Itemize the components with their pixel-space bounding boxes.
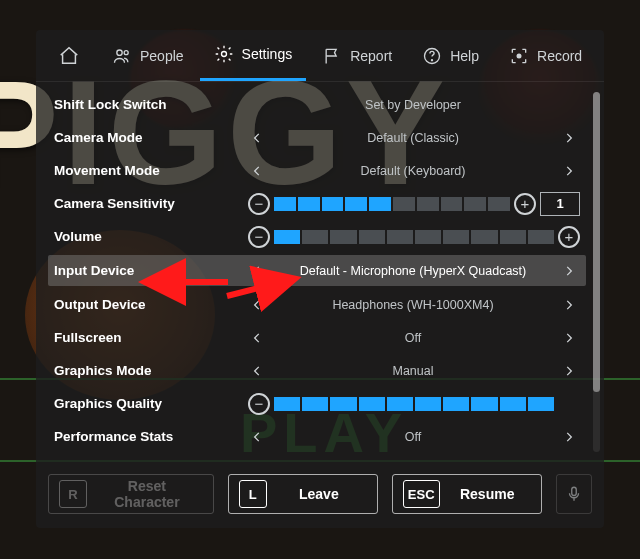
volume-label: Volume [54,229,244,244]
chevron-right-icon [562,298,576,312]
camera-sensitivity-value[interactable]: 1 [540,192,580,216]
output-device-next[interactable] [558,294,580,316]
volume-decrease[interactable]: − [248,226,270,248]
volume-row: Volume − + [54,220,580,253]
input-device-label: Input Device [54,263,244,278]
help-tab[interactable]: Help [408,30,493,81]
settings-scrollbar[interactable] [593,92,600,452]
report-tab[interactable]: Report [308,30,406,81]
micro-profiler-next[interactable] [558,454,580,460]
shift-lock-row: Shift Lock Switch Set by Developer [54,88,580,121]
camera-mode-row: Camera Mode Default (Classic) [54,121,580,154]
chevron-right-icon [562,131,576,145]
chevron-right-icon [562,430,576,444]
camera-sensitivity-decrease[interactable]: − [248,193,270,215]
reset-label: Reset Character [101,478,193,510]
help-tab-label: Help [450,48,479,64]
performance-stats-label: Performance Stats [54,429,244,444]
performance-stats-row: Performance Stats Off [54,420,580,453]
chevron-left-icon [250,298,264,312]
chevron-left-icon [250,164,264,178]
record-tab-label: Record [537,48,582,64]
input-device-row: Input Device Default - Microphone (Hyper… [48,255,586,286]
output-device-label: Output Device [54,297,244,312]
chevron-left-icon [250,430,264,444]
leave-button[interactable]: L Leave [228,474,378,514]
menu-footer: R Reset Character L Leave ESC Resume [36,460,604,528]
record-tab[interactable]: Record [495,30,596,81]
svg-point-1 [124,50,128,54]
graphics-mode-next[interactable] [558,360,580,382]
shift-lock-value: Set by Developer [270,98,556,112]
camera-mode-next[interactable] [558,127,580,149]
home-icon [58,45,80,67]
performance-stats-value: Off [270,430,556,444]
micro-profiler-prev[interactable] [246,454,268,460]
graphics-quality-decrease[interactable]: − [248,393,270,415]
micro-profiler-value: Off [270,458,556,460]
people-tab[interactable]: People [98,30,198,81]
camera-sensitivity-increase[interactable]: + [514,193,536,215]
reset-key-hint: R [59,480,87,508]
chevron-left-icon [250,458,264,460]
graphics-quality-label: Graphics Quality [54,396,244,411]
camera-sensitivity-row: Camera Sensitivity − + 1 [54,187,580,220]
performance-stats-prev[interactable] [246,426,268,448]
chevron-right-icon [562,458,576,460]
camera-mode-prev[interactable] [246,127,268,149]
output-device-value: Headphones (WH-1000XM4) [270,298,556,312]
movement-mode-row: Movement Mode Default (Keyboard) [54,154,580,187]
graphics-mode-value: Manual [270,364,556,378]
chevron-left-icon [250,364,264,378]
graphics-quality-slider[interactable] [274,397,554,411]
movement-mode-next[interactable] [558,160,580,182]
help-icon [422,46,442,66]
svg-point-2 [221,52,226,57]
resume-button[interactable]: ESC Resume [392,474,542,514]
microphone-button[interactable] [556,474,592,514]
reset-character-button: R Reset Character [48,474,214,514]
resume-label: Resume [454,486,521,502]
chevron-right-icon [562,164,576,178]
camera-mode-value: Default (Classic) [270,131,556,145]
chevron-left-icon [250,264,264,278]
fullscreen-prev[interactable] [246,327,268,349]
leave-key-hint: L [239,480,267,508]
chevron-right-icon [562,331,576,345]
chevron-right-icon [562,264,576,278]
svg-point-4 [432,59,433,60]
output-device-prev[interactable] [246,294,268,316]
graphics-mode-label: Graphics Mode [54,363,244,378]
settings-tab[interactable]: Settings [200,30,307,81]
input-device-next[interactable] [558,260,580,282]
fullscreen-next[interactable] [558,327,580,349]
camera-mode-label: Camera Mode [54,130,244,145]
people-icon [112,46,132,66]
svg-rect-6 [572,487,577,495]
input-device-prev[interactable] [246,260,268,282]
graphics-mode-prev[interactable] [246,360,268,382]
chevron-left-icon [250,131,264,145]
home-tab[interactable] [42,30,96,81]
output-device-row: Output Device Headphones (WH-1000XM4) [54,288,580,321]
chevron-left-icon [250,331,264,345]
gear-icon [214,44,234,64]
settings-tab-label: Settings [242,46,293,62]
menu-tabs: People Settings Report Help Record [36,30,604,82]
movement-mode-label: Movement Mode [54,163,244,178]
escape-menu: People Settings Report Help Record Shift… [36,30,604,528]
microphone-icon [565,485,583,503]
svg-point-0 [117,50,122,55]
graphics-quality-row: Graphics Quality − [54,387,580,420]
resume-key-hint: ESC [403,480,440,508]
flag-icon [322,46,342,66]
report-tab-label: Report [350,48,392,64]
movement-mode-prev[interactable] [246,160,268,182]
performance-stats-next[interactable] [558,426,580,448]
people-tab-label: People [140,48,184,64]
volume-increase[interactable]: + [558,226,580,248]
volume-slider[interactable] [274,230,554,244]
micro-profiler-label: Micro Profiler [54,458,244,461]
fullscreen-value: Off [270,331,556,345]
camera-sensitivity-slider[interactable] [274,197,510,211]
